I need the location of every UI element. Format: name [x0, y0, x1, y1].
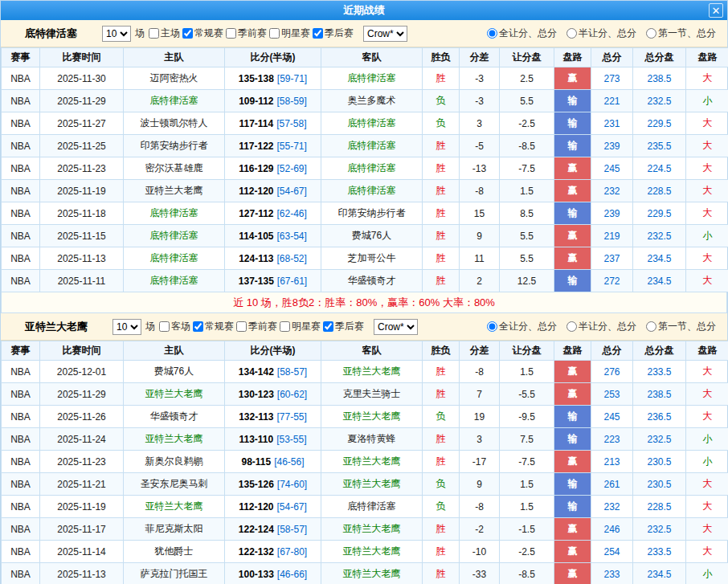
- filter-checkbox[interactable]: [159, 321, 170, 332]
- date-cell: 2025-11-30: [40, 67, 124, 90]
- score-cell: 113-110[53-55]: [225, 428, 321, 451]
- result-cell: 胜: [423, 383, 460, 406]
- final-score: 122-132: [239, 546, 274, 557]
- filter-checkbox[interactable]: [323, 321, 333, 332]
- away-team-cell: 底特律活塞: [321, 135, 423, 157]
- games-count-select[interactable]: 10: [112, 319, 141, 335]
- filter-checkbox[interactable]: [313, 28, 323, 39]
- date-cell: 2025-11-17: [40, 518, 124, 541]
- column-header: 让分盘: [500, 48, 554, 67]
- total-cell: 245: [591, 157, 633, 180]
- handicap-cell: -7.5: [500, 451, 554, 473]
- total-line-cell: 233.5: [633, 541, 686, 563]
- total-result-cell: 大: [686, 383, 728, 406]
- stat-mode-radio-label[interactable]: 第一节、总分: [646, 27, 716, 40]
- games-count-select[interactable]: 10: [102, 26, 131, 42]
- stat-mode-radio[interactable]: [566, 28, 577, 39]
- half-score: [58-57]: [277, 524, 307, 535]
- total-result-cell: 大: [686, 496, 728, 518]
- total-cell: 223: [591, 428, 633, 451]
- date-cell: 2025-11-25: [40, 135, 124, 157]
- date-cell: 2025-11-19: [40, 180, 124, 202]
- stat-mode-radio-label[interactable]: 第一节、总分: [646, 320, 716, 333]
- section-pistons: 底特律活塞 10 场 主场常规赛季前赛明星赛季后赛 Crow* 全让分、总分半让…: [1, 20, 727, 313]
- stat-mode-radio[interactable]: [646, 321, 656, 332]
- home-team-cell: 印第安纳步行者: [124, 135, 225, 157]
- half-score: [68-52]: [277, 253, 307, 264]
- total-line-cell: 229.5: [633, 202, 686, 225]
- filter-checkbox[interactable]: [236, 321, 247, 332]
- filter-checkbox[interactable]: [269, 28, 280, 39]
- away-team-cell: 克里夫兰骑士: [321, 383, 423, 406]
- handicap-cell: -1.5: [500, 518, 554, 541]
- filter-checkbox-label[interactable]: 季后赛: [323, 320, 364, 333]
- away-team-cell: 亚特兰大老鹰: [321, 451, 423, 473]
- table-header-row: 赛事比赛时间主队比分(半场)客队胜负分差让分盘盘路总分总分盘盘路: [2, 48, 728, 67]
- total-line-cell: 234.5: [633, 247, 686, 270]
- handicap-result-cell: 输: [554, 428, 591, 451]
- filter-checkbox-label[interactable]: 客场: [159, 320, 190, 333]
- date-cell: 2025-11-29: [40, 90, 124, 112]
- filter-checkbox-label[interactable]: 季前赛: [236, 320, 277, 333]
- stat-mode-radio-label[interactable]: 全让分、总分: [487, 320, 557, 333]
- stat-mode-radio-label[interactable]: 半让分、总分: [566, 320, 636, 333]
- filter-checkbox[interactable]: [149, 28, 159, 39]
- home-team-cell: 亚特兰大老鹰: [124, 180, 225, 202]
- stat-mode-radio-label[interactable]: 全让分、总分: [487, 27, 557, 40]
- filter-checkbox-label[interactable]: 主场: [149, 27, 180, 40]
- column-header: 比赛时间: [40, 48, 124, 67]
- column-header: 主队: [124, 341, 225, 361]
- filter-checkbox-label[interactable]: 明星赛: [280, 320, 321, 333]
- away-team-cell: 底特律活塞: [321, 67, 423, 90]
- filter-checkbox[interactable]: [280, 321, 290, 332]
- odds-company-select[interactable]: Crow*: [374, 319, 418, 335]
- total-line-cell: 235.5: [633, 135, 686, 157]
- odds-company-select[interactable]: Crow*: [363, 26, 407, 42]
- table-row: NBA 2025-11-27 波士顿凯尔特人 117-114[57-58] 底特…: [2, 112, 728, 135]
- half-score: [46-56]: [274, 456, 304, 468]
- result-cell: 胜: [423, 202, 460, 225]
- total-line-cell: 232.5: [633, 518, 686, 541]
- total-line-cell: 228.5: [633, 180, 686, 202]
- home-team-cell: 底特律活塞: [124, 225, 225, 247]
- stat-mode-radio-label[interactable]: 半让分、总分: [566, 27, 636, 40]
- table-row: NBA 2025-11-19 亚特兰大老鹰 112-120[54-67] 底特律…: [2, 496, 728, 518]
- date-cell: 2025-11-21: [40, 473, 124, 496]
- games-suffix-label: 场: [145, 320, 155, 333]
- column-header: 盘路: [554, 341, 591, 361]
- diff-cell: -8: [460, 180, 500, 202]
- total-line-cell: 230.5: [633, 473, 686, 496]
- score-cell: 130-123[60-62]: [225, 383, 321, 406]
- away-team-cell: 亚特兰大老鹰: [321, 406, 423, 428]
- diff-cell: -5: [460, 135, 500, 157]
- filter-checkbox-label[interactable]: 常规赛: [182, 27, 223, 40]
- stat-mode-radio[interactable]: [566, 321, 577, 332]
- league-cell: NBA: [2, 67, 40, 90]
- diff-cell: -3: [460, 67, 500, 90]
- filter-checkbox-label[interactable]: 明星赛: [269, 27, 310, 40]
- away-team-cell: 亚特兰大老鹰: [321, 361, 423, 383]
- close-icon[interactable]: ✕: [709, 3, 723, 18]
- handicap-result-cell: 输: [554, 406, 591, 428]
- titlebar: 近期战绩 ✕: [1, 1, 727, 20]
- filter-checkbox-label[interactable]: 常规赛: [193, 320, 234, 333]
- filter-checkbox[interactable]: [226, 28, 236, 39]
- table-row: NBA 2025-11-18 底特律活塞 127-112[62-46] 印第安纳…: [2, 202, 728, 225]
- half-score: [67-61]: [277, 276, 307, 287]
- stat-mode-radio[interactable]: [487, 321, 497, 332]
- filter-checkbox[interactable]: [193, 321, 203, 332]
- stat-mode-radio[interactable]: [646, 28, 656, 39]
- table-row: NBA 2025-11-30 迈阿密热火 135-138[59-71] 底特律活…: [2, 67, 728, 90]
- total-result-cell: 小: [686, 451, 728, 473]
- result-cell: 胜: [423, 67, 460, 90]
- handicap-cell: -2.5: [500, 541, 554, 563]
- filter-checkbox[interactable]: [182, 28, 193, 39]
- result-cell: 胜: [423, 157, 460, 180]
- stat-mode-radio[interactable]: [487, 28, 497, 39]
- table-row: NBA 2025-11-24 亚特兰大老鹰 113-110[53-55] 夏洛特…: [2, 428, 728, 451]
- filter-checkbox-label[interactable]: 季后赛: [313, 27, 354, 40]
- away-team-cell: 底特律活塞: [321, 496, 423, 518]
- handicap-cell: 7.5: [500, 428, 554, 451]
- filter-checkbox-label[interactable]: 季前赛: [226, 27, 267, 40]
- total-result-cell: 大: [686, 67, 728, 90]
